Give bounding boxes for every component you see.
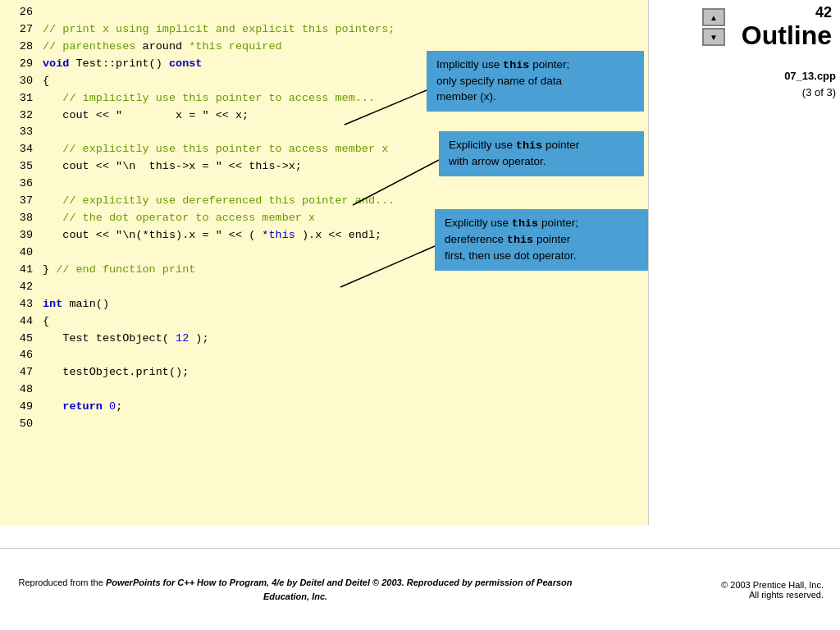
footer-rights-line: All rights reserved. (749, 590, 824, 600)
file-info: 07_13.cpp (784, 70, 836, 82)
page-info: (3 of 3) (802, 86, 836, 98)
code-line-26: 26 (8, 4, 640, 21)
code-line-42: 42 (8, 279, 640, 296)
callout-explicit-arrow: Explicitly use this pointer with arrow o… (439, 131, 644, 176)
code-line-46: 46 (8, 347, 640, 364)
callout-implicit-this: Implicitly use this pointer; only specif… (427, 51, 644, 112)
nav-up-button[interactable]: ▲ (702, 8, 725, 26)
callout-explicit-deref: Explicitly use this pointer; dereference… (435, 209, 648, 271)
outline-title: Outline (742, 21, 832, 51)
code-line-27: 27 // print x using implicit and explici… (8, 21, 640, 39)
code-line-48: 48 (8, 381, 640, 399)
code-line-47: 47 testObject.print(); (8, 364, 640, 381)
nav-buttons[interactable]: ▲ ▼ (702, 8, 725, 46)
code-line-43: 43 int main() (8, 296, 640, 313)
footer-copyright-text: Reproduced from the PowerPoints for C++ … (16, 576, 574, 603)
footer: Reproduced from the PowerPoints for C++ … (0, 548, 840, 630)
code-panel: 26 27 // print x using implicit and expl… (0, 0, 648, 525)
code-line-37: 37 // explicitly use dereferenced this p… (8, 193, 640, 210)
code-line-49: 49 return 0; (8, 399, 640, 416)
slide-number: 42 (815, 4, 832, 21)
code-line-36: 36 (8, 176, 640, 193)
right-panel: 42 ▲ ▼ Outline 07_13.cpp (3 of 3) (648, 0, 840, 525)
code-line-45: 45 Test testObject( 12 ); (8, 331, 640, 348)
code-line-44: 44 { (8, 313, 640, 331)
footer-copyright-line: © 2003 Prentice Hall, Inc. (721, 580, 824, 590)
code-line-50: 50 (8, 416, 640, 433)
nav-down-button[interactable]: ▼ (702, 28, 725, 46)
footer-rights: © 2003 Prentice Hall, Inc. All rights re… (721, 580, 824, 600)
